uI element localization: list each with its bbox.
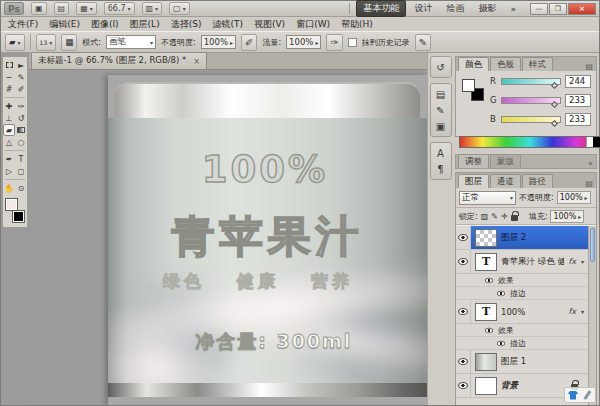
view-extras-button[interactable]: ▦▾ [76, 2, 97, 15]
menu-view[interactable]: 视图(V) [254, 18, 285, 31]
tool-rectangular-marquee[interactable] [3, 59, 15, 71]
layer-row-layer1[interactable]: 图层 1 [456, 350, 588, 374]
foreground-color-swatch[interactable] [5, 198, 18, 211]
lock-position-icon[interactable]: ✛ [501, 212, 508, 221]
menu-select[interactable]: 选择(S) [171, 18, 202, 31]
fx-badge[interactable]: fx [568, 257, 576, 266]
menu-edit[interactable]: 编辑(E) [49, 18, 80, 31]
slider-handle[interactable] [551, 100, 558, 107]
eye-icon[interactable] [497, 340, 505, 346]
tool-eraser[interactable]: ▰ [3, 124, 15, 136]
red-value-field[interactable]: 244 [565, 75, 591, 88]
collapse-effects-icon[interactable]: ▾ [581, 258, 584, 265]
tool-hand[interactable]: ✋ [3, 182, 15, 194]
slider-handle[interactable] [551, 81, 558, 88]
background-color-swatch[interactable] [12, 210, 25, 223]
minimize-button[interactable]: — [530, 3, 548, 15]
tab-color[interactable]: 颜色 [458, 57, 489, 71]
visibility-toggle[interactable] [456, 226, 471, 249]
menu-filter[interactable]: 滤镜(T) [212, 18, 243, 31]
white-swatch[interactable] [586, 137, 593, 147]
black-swatch[interactable] [593, 137, 600, 147]
workspace-essentials[interactable]: 基本功能 [356, 0, 406, 17]
tab-paths[interactable]: 路径 [522, 174, 553, 188]
airbrush-button[interactable]: ✑ [326, 34, 342, 51]
eye-icon[interactable] [485, 277, 493, 283]
panel-menu-icon[interactable]: ▤ [585, 62, 594, 71]
menu-window[interactable]: 窗口(W) [296, 18, 330, 31]
tablet-opacity-button[interactable]: ✐ [241, 34, 257, 51]
mini-bridge-button[interactable]: ▤ [54, 2, 70, 15]
scrollbar-thumb[interactable] [590, 228, 595, 262]
tab-swatches[interactable]: 色板 [490, 57, 521, 71]
arrange-documents-button[interactable]: ▥▾ [142, 2, 163, 15]
lock-pixels-icon[interactable]: ✎ [491, 212, 498, 221]
lock-transparency-icon[interactable]: ▨ [481, 212, 489, 221]
layer-thumbnail[interactable] [475, 353, 497, 371]
layer-row-text-percent[interactable]: T 100% fx ▾ [456, 300, 588, 324]
tool-crop[interactable]: # [3, 83, 15, 95]
tool-healing-brush[interactable]: ✚ [3, 100, 15, 112]
toggle-brush-panel-button[interactable]: ▦ [61, 34, 77, 51]
shirt-app-icon[interactable] [568, 391, 578, 400]
more-workspaces-button[interactable]: » [504, 3, 522, 15]
tool-blur[interactable]: △ [3, 136, 15, 148]
color-spectrum-ramp[interactable] [459, 136, 600, 148]
tool-dodge[interactable]: ○ [15, 136, 27, 148]
green-value-field[interactable]: 233 [565, 94, 591, 107]
eye-icon[interactable] [485, 327, 493, 333]
styles-panel-icon[interactable]: ▤ [432, 86, 450, 102]
tool-eyedropper[interactable]: ✐ [15, 83, 27, 95]
document-tab[interactable]: 未标题-1 @ 66.7% (图层 2, RGB/8) * × [31, 52, 207, 69]
mode-select[interactable]: 画笔 ▾ [106, 35, 156, 49]
tool-preset-picker[interactable]: ▰ ▾ [5, 34, 25, 51]
layer-row-layer2[interactable]: 图层 2 [456, 226, 588, 250]
tablet-size-button[interactable]: ✎ [415, 34, 431, 51]
stroke-effect-row[interactable]: 描边 [456, 337, 588, 350]
layer-thumbnail[interactable] [475, 377, 497, 395]
menu-help[interactable]: 帮助(H) [341, 18, 373, 31]
blend-mode-select[interactable]: 正常 ▾ [459, 191, 516, 205]
foreground-color-swatch[interactable] [462, 79, 475, 92]
character-panel-icon[interactable]: A [432, 145, 450, 161]
tool-pen[interactable]: ✒ [3, 153, 15, 165]
layer-thumbnail[interactable] [475, 229, 497, 247]
document-canvas[interactable]: 100% 青苹果汁 绿色 健康 营养 净含量: 300ml [108, 75, 427, 405]
restore-button[interactable]: ❐ [549, 3, 567, 15]
blue-slider[interactable] [501, 116, 561, 123]
collapse-panel-icon[interactable]: « [588, 159, 594, 168]
brush-preset-picker[interactable]: 13 ▾ [36, 34, 57, 51]
workspace-painting[interactable]: 绘画 [440, 1, 470, 16]
collapse-effects-icon[interactable]: ▾ [581, 308, 584, 315]
eye-icon[interactable] [497, 290, 505, 296]
menu-layer[interactable]: 图层(L) [130, 18, 160, 31]
green-slider[interactable] [501, 97, 561, 104]
tab-masks[interactable]: 蒙版 [490, 154, 521, 168]
lock-all-icon[interactable] [511, 215, 518, 221]
slider-handle[interactable] [551, 119, 558, 126]
tool-clone-stamp[interactable]: ⊥ [3, 112, 15, 124]
tool-shape[interactable]: ◻ [15, 165, 27, 177]
tab-channels[interactable]: 通道 [490, 174, 521, 188]
layer-row-text-title[interactable]: T 青苹果汁 绿色 健康 ... fx ▾ [456, 250, 588, 274]
menu-image[interactable]: 图像(I) [91, 18, 119, 31]
panel-menu-icon[interactable]: ▤ [585, 179, 594, 188]
workspace-design[interactable]: 设计 [408, 1, 438, 16]
tab-styles[interactable]: 样式 [522, 57, 553, 71]
tab-adjustments[interactable]: 调整 [458, 154, 489, 168]
tool-lasso[interactable]: ∽ [3, 71, 15, 83]
layer-opacity-input[interactable]: 100% ▸ [557, 191, 591, 204]
visibility-toggle[interactable] [456, 374, 471, 397]
close-tab-icon[interactable]: × [193, 57, 200, 66]
tool-gradient[interactable] [15, 124, 27, 136]
opacity-input[interactable]: 100% ▸ [201, 35, 236, 49]
layers-scrollbar[interactable] [588, 226, 596, 405]
tab-layers[interactable]: 图层 [458, 174, 489, 188]
history-panel-icon[interactable]: ↺ [432, 59, 450, 75]
tool-path-selection[interactable]: ▷ [3, 165, 15, 177]
text-layer-thumbnail[interactable]: T [475, 303, 497, 321]
wrench-icon[interactable] [582, 390, 592, 400]
zoom-level-button[interactable]: 66.7▾ [104, 2, 135, 15]
effects-row[interactable]: 效果 [456, 324, 588, 337]
red-slider[interactable] [501, 78, 561, 85]
